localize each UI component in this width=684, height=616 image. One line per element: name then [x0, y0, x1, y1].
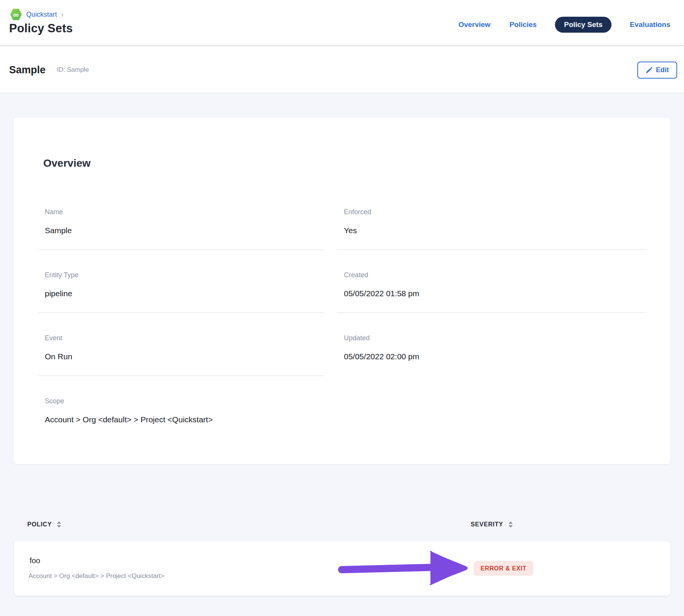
field-enforced-value: Yes	[344, 226, 646, 235]
field-scope-label: Scope	[45, 397, 325, 405]
overview-heading: Overview	[43, 157, 646, 169]
severity-badge: ERROR & EXIT	[474, 561, 533, 576]
tab-evaluations[interactable]: Evaluations	[629, 17, 671, 33]
tab-policies[interactable]: Policies	[509, 17, 537, 33]
overview-card: Overview Name Sample Entity Type pipelin…	[14, 118, 670, 464]
sort-by-severity[interactable]: SEVERITY	[471, 521, 513, 528]
project-icon: ∞	[10, 8, 22, 21]
page-title: Policy Sets	[9, 22, 73, 35]
policy-list-header: POLICY SEVERITY	[14, 517, 670, 535]
field-entity-type: Entity Type pipeline	[38, 250, 325, 313]
sort-icon	[57, 521, 61, 528]
top-header: ∞ Quickstart › Policy Sets Overview Poli…	[0, 0, 684, 46]
overview-right-column: Enforced Yes Created 05/05/2022 01:58 pm…	[337, 208, 646, 439]
field-scope-value: Account > Org <default> > Project <Quick…	[45, 415, 325, 424]
annotation-arrow	[320, 547, 471, 590]
policy-row-name: foo	[30, 556, 40, 565]
field-event: Event On Run	[38, 313, 325, 376]
field-name-value: Sample	[45, 226, 325, 235]
policy-set-title: Sample	[9, 64, 46, 76]
sort-icon	[508, 521, 513, 528]
policy-row-foo[interactable]: foo Account > Org <default> > Project <Q…	[14, 541, 670, 595]
field-name: Name Sample	[38, 208, 325, 250]
field-scope: Scope Account > Org <default> > Project …	[38, 376, 325, 439]
field-entity-type-label: Entity Type	[45, 271, 325, 279]
field-enforced-label: Enforced	[344, 208, 646, 216]
policy-column-label: POLICY	[27, 521, 52, 528]
breadcrumb: ∞ Quickstart ›	[10, 8, 63, 21]
tab-overview[interactable]: Overview	[458, 17, 492, 33]
edit-button-label: Edit	[656, 66, 669, 74]
breadcrumb-project-link[interactable]: Quickstart	[26, 11, 57, 19]
field-name-label: Name	[45, 208, 325, 216]
top-nav: Overview Policies Policy Sets Evaluation…	[458, 15, 671, 34]
pencil-icon	[646, 67, 652, 74]
edit-button[interactable]: Edit	[637, 62, 677, 79]
field-updated-label: Updated	[344, 334, 646, 342]
infinity-glyph: ∞	[13, 11, 19, 19]
field-created: Created 05/05/2022 01:58 pm	[337, 250, 646, 313]
policy-row-scope: Account > Org <default> > Project <Quick…	[28, 572, 164, 580]
field-created-label: Created	[344, 271, 646, 279]
tab-policy-sets[interactable]: Policy Sets	[555, 17, 612, 33]
field-entity-type-value: pipeline	[45, 289, 325, 298]
policy-set-id: ID: Sample	[57, 66, 89, 74]
field-updated-value: 05/05/2022 02:00 pm	[344, 352, 646, 361]
sub-header: Sample ID: Sample Edit	[0, 47, 684, 93]
severity-column-label: SEVERITY	[471, 521, 503, 528]
field-enforced: Enforced Yes	[337, 208, 646, 250]
field-updated: Updated 05/05/2022 02:00 pm	[337, 313, 646, 376]
chevron-right-icon: ›	[61, 11, 63, 19]
sort-by-policy[interactable]: POLICY	[27, 521, 61, 528]
field-event-label: Event	[45, 334, 325, 342]
field-created-value: 05/05/2022 01:58 pm	[344, 289, 646, 298]
overview-left-column: Name Sample Entity Type pipeline Event O…	[38, 208, 325, 439]
field-event-value: On Run	[45, 352, 325, 361]
